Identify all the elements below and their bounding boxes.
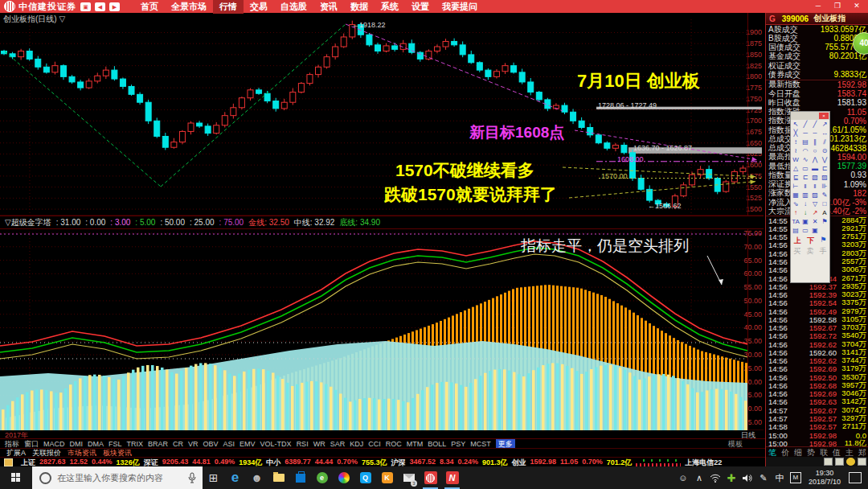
indicator-tab-SAR[interactable]: SAR <box>330 440 346 448</box>
taskbar-search[interactable]: 在这里输入你要搜索的内容 <box>32 466 203 489</box>
drawing-tool[interactable]: △ <box>791 164 800 173</box>
ms-store-icon[interactable] <box>290 466 310 489</box>
drawing-tool[interactable]: ⚑ <box>820 217 829 226</box>
antivirus-shield-icon[interactable]: ✚ <box>723 466 739 489</box>
palette-close-button[interactable]: × <box>819 113 829 119</box>
drawing-toolbar[interactable]: × ↖╱╱↗╳─┄↔↕▤∥⫽≀◠○⊙W∿⋀⋁△▭▬⊏⊑⊏▧▨⊢‖‖⊪▦▥▨✎⇘↓… <box>790 111 830 283</box>
ime-language-indicator[interactable]: 中 <box>772 466 788 489</box>
indicator-tab-FSL[interactable]: FSL <box>108 440 122 448</box>
drawing-tool[interactable]: ▭ <box>800 164 810 173</box>
action-center-icon[interactable] <box>849 472 862 483</box>
corner-window-icon[interactable] <box>858 458 866 466</box>
drawing-tool[interactable]: ▥ <box>800 191 810 199</box>
indicator-tab-RSI[interactable]: RSI <box>297 440 309 448</box>
quick-button[interactable]: ◀ <box>95 2 105 11</box>
chart-title[interactable]: 创业板指(日线) ▽ <box>3 14 65 25</box>
news-app-icon[interactable]: N <box>442 466 462 489</box>
drawing-toolbar-titlebar[interactable]: × <box>791 112 829 120</box>
indicator-tab-CCI[interactable]: CCI <box>368 440 381 448</box>
drawing-tool[interactable]: TA <box>791 217 800 226</box>
edge-icon[interactable]: e <box>225 466 245 489</box>
drawing-tool[interactable]: ↕ <box>791 138 800 146</box>
wps-icon[interactable]: K <box>377 466 397 489</box>
drawing-tool[interactable]: ⊙ <box>820 146 829 155</box>
indicator-tab-DMI[interactable]: DMI <box>70 440 84 448</box>
indicator-tab-MCST[interactable]: MCST <box>470 440 491 448</box>
indicator-tab-TRIX[interactable]: TRIX <box>127 440 144 448</box>
drawing-tool[interactable]: ↗ <box>810 208 820 217</box>
palette-button-下[interactable]: 下 <box>807 236 814 246</box>
drawing-tool[interactable]: ⊢ <box>791 182 800 191</box>
drawing-tool[interactable]: ↑ <box>791 208 800 217</box>
hidden-icons-chevron[interactable]: ∧ <box>691 466 707 489</box>
indicator-tab-DMA[interactable]: DMA <box>88 440 104 448</box>
wifi-icon[interactable] <box>707 466 723 489</box>
drawing-tool[interactable]: ‖ <box>810 182 820 191</box>
drawing-tool[interactable]: ▨ <box>810 191 820 199</box>
drawing-tool[interactable]: ‖ <box>800 182 810 191</box>
palette-button-上[interactable]: 上 <box>794 236 801 246</box>
indicator-tab-CR[interactable]: CR <box>173 440 183 448</box>
drawing-tool[interactable]: ▤ <box>800 138 810 146</box>
drawing-tool[interactable]: ⊏ <box>820 164 829 173</box>
drawing-tool[interactable]: ┄ <box>810 129 820 138</box>
drawing-tool[interactable]: ╱ <box>810 120 820 129</box>
drawing-tool[interactable]: ∿ <box>800 155 810 164</box>
task-view-button[interactable]: ⊞ <box>203 466 223 489</box>
drawing-tool[interactable]: ▣ <box>810 226 820 235</box>
csc-app-icon[interactable] <box>420 466 440 489</box>
indicator-tab-KDJ[interactable]: KDJ <box>350 440 363 448</box>
drawing-tool[interactable]: ⊏ <box>800 173 810 182</box>
drawing-tool[interactable]: ↖ <box>791 120 800 129</box>
drawing-tool[interactable]: ▭ <box>800 226 810 235</box>
palette-button-⚑[interactable]: ⚑ <box>820 236 826 246</box>
drawing-tool[interactable]: ─ <box>800 129 810 138</box>
qq-icon[interactable]: Q <box>355 466 375 489</box>
restore-button[interactable]: ❐ <box>828 0 847 12</box>
drawing-tool[interactable]: ✎ <box>820 191 829 199</box>
menu-item-交易[interactable]: 交易 <box>244 0 274 14</box>
start-button[interactable] <box>0 466 32 489</box>
drawing-tool[interactable]: ○ <box>810 146 820 155</box>
pinwheel-browser-icon[interactable] <box>334 466 354 489</box>
drawing-tool[interactable]: ⊪ <box>820 182 829 191</box>
pen-icon[interactable]: ✎ <box>755 466 772 489</box>
drawing-tool[interactable]: ⊑ <box>791 173 800 182</box>
corner-alert-icon[interactable] <box>846 458 855 466</box>
drawing-tool[interactable]: ∥ <box>810 138 820 146</box>
drawing-tool[interactable]: ↓ <box>800 208 810 217</box>
close-button[interactable]: ✕ <box>847 0 866 12</box>
volume-icon[interactable] <box>739 466 755 489</box>
drawing-tool[interactable]: ↔ <box>820 129 829 138</box>
menu-item-全景市场[interactable]: 全景市场 <box>165 0 213 14</box>
corner-window-icon[interactable] <box>835 458 844 466</box>
drawing-tool[interactable]: W <box>791 155 800 164</box>
drawing-tool[interactable]: ⋀ <box>810 155 820 164</box>
indicator-tab-BOLL[interactable]: BOLL <box>428 440 446 448</box>
indicator-param-row[interactable]: ▽超级金字塔: 31.00: 0.00: 3.00: 5.00: 50.00: … <box>0 216 764 229</box>
corner-window-icon[interactable] <box>824 458 833 466</box>
menu-item-数据[interactable]: 数据 <box>344 0 375 14</box>
quick-button[interactable]: ▶ <box>109 2 120 11</box>
drawing-tool[interactable]: ↓ <box>800 199 810 208</box>
taskbar-clock[interactable]: 19:302018/7/10 <box>809 469 841 487</box>
menu-item-系统[interactable]: 系统 <box>375 0 405 14</box>
drawing-tool[interactable]: ▬ <box>810 164 820 173</box>
indicator-tab-WR[interactable]: WR <box>313 440 326 448</box>
drawing-tool[interactable]: ✕ <box>810 217 820 226</box>
drawing-tool[interactable]: ▤ <box>791 226 800 235</box>
menu-item-资讯[interactable]: 资讯 <box>313 0 344 14</box>
drawing-tool[interactable]: ⋁ <box>820 155 829 164</box>
ime-mode-box[interactable]: M <box>788 466 804 489</box>
drawing-tool[interactable]: ⇘ <box>791 199 800 208</box>
indicator-tab-VR[interactable]: VR <box>188 440 199 448</box>
indicator-tab-ASI[interactable]: ASI <box>223 440 235 448</box>
menu-item-行情[interactable]: 行情 <box>213 0 244 14</box>
minimize-button[interactable]: ─ <box>809 0 828 12</box>
microphone-icon[interactable] <box>188 472 196 483</box>
quick-button[interactable]: ▣ <box>80 2 91 11</box>
drawing-tool[interactable]: ◠ <box>800 146 810 155</box>
drawing-tool[interactable]: A <box>820 208 829 217</box>
drawing-tool[interactable] <box>820 226 829 235</box>
drawing-tool[interactable]: ↗ <box>820 120 829 129</box>
